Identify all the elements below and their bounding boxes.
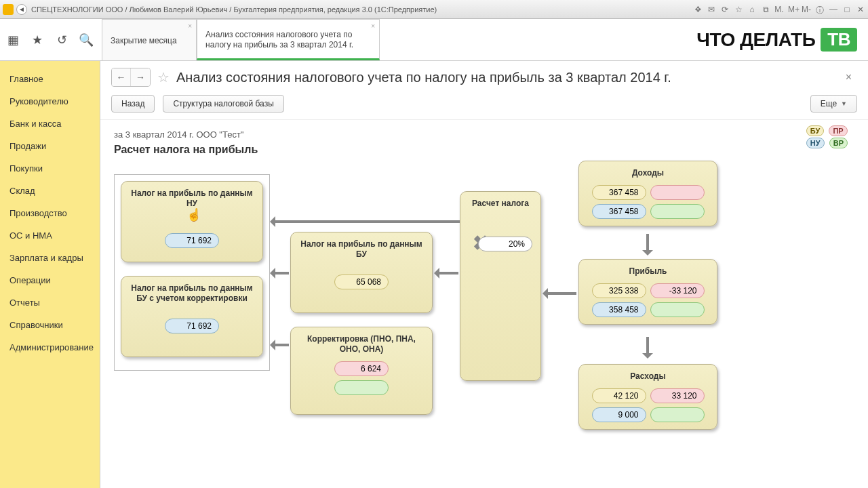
value-income-bu: 367 458 [592,185,646,200]
sidebar-item-manager[interactable]: Руководителю [0,90,100,113]
box-tax-bu[interactable]: Налог на прибыль по данным БУ 65 068 [290,232,433,313]
arrow [435,272,458,274]
sidebar-item-dictionaries[interactable]: Справочники [0,314,100,336]
sidebar-item-payroll[interactable]: Зарплата и кадры [0,247,100,269]
period-label: за 3 квартал 2014 г. ООО "Тест" [114,129,854,140]
app-bar: ▦ ★ ↺ 🔍 Закрытие месяца × Анализ состоян… [0,19,868,61]
value-profit-vr [650,302,705,317]
content-area: ← → ☆ Анализ состояния налогового учета … [100,61,868,488]
apps-icon[interactable]: ▦ [5,33,20,47]
report-canvas: за 3 квартал 2014 г. ООО "Тест" Расчет н… [100,120,868,488]
sidebar-item-sales[interactable]: Продажи [0,135,100,157]
arrow [271,344,289,346]
close-icon[interactable]: × [188,22,192,30]
sidebar-item-operations[interactable]: Операции [0,269,100,291]
history-icon[interactable]: ↺ [54,33,69,47]
tab-closing-month[interactable]: Закрытие месяца × [102,19,197,60]
box-correction[interactable]: Корректировка (ПНО, ПНА, ОНО, ОНА) 6 624 [290,327,433,415]
favorite-icon[interactable]: ☆ [157,69,170,85]
sidebar-item-production[interactable]: Производство [0,202,100,224]
value-profit-pr: -33 120 [650,283,705,298]
tool-icon[interactable]: ✉ [707,5,716,14]
arrow-down [646,337,649,357]
box-tax-bu-corr[interactable]: Налог на прибыль по данным БУ с учетом к… [121,276,263,357]
tool-icon[interactable]: ⌂ [747,5,757,14]
value-profit-nu: 358 458 [592,302,646,317]
tool-icon[interactable]: ⟳ [720,5,730,14]
tool-icon[interactable]: ⧉ [761,5,770,14]
sidebar-item-admin[interactable]: Администрирование [0,336,100,359]
arrow [544,292,576,295]
minimize-button[interactable]: — [829,5,838,14]
value-expense-vr [650,407,705,422]
box-income[interactable]: Доходы 367 458 367 458 [578,161,717,226]
box-tax-nu[interactable]: Налог на прибыль по данным НУ ☝ 71 692 [121,181,263,262]
value-tax-bu-corr: 71 692 [165,319,219,333]
nav-forward-button[interactable]: → [131,68,150,86]
value-income-vr [650,204,705,219]
nav-arrows: ← → [111,68,151,87]
value-rate: 20% [478,237,532,251]
legend: БУ ПР НУ ВР [804,125,848,148]
nav-back-button[interactable]: ← [112,68,131,86]
box-profit[interactable]: Прибыль 325 338 -33 120 358 458 [578,259,717,325]
pointer-cursor-icon: ☝ [186,207,201,222]
os-titlebar: ◄ СПЕЦТЕХНОЛОГИИ ООО / Любимов Валерий Ю… [0,0,868,19]
sidebar-item-main[interactable]: Главное [0,68,100,90]
value-income-pr [650,185,705,200]
back-button[interactable]: Назад [111,95,155,113]
tool-icon[interactable]: M. [774,5,784,14]
tool-icon[interactable]: ☆ [734,5,743,14]
value-tax-nu: 71 692 [165,233,219,248]
box-calc[interactable]: Расчет налога ✖ 20% [460,191,541,381]
app-icon [3,4,14,15]
value-correction-pr: 6 624 [334,361,389,376]
section-title: Расчет налога на прибыль [114,144,854,156]
maximize-button[interactable]: □ [842,5,852,14]
sidebar-item-purchases[interactable]: Покупки [0,157,100,180]
sidebar-item-reports[interactable]: Отчеты [0,291,100,314]
close-button[interactable]: ✕ [856,5,865,14]
arrow-down [646,234,649,254]
tool-icon[interactable]: ❖ [693,5,703,14]
titlebar-tools: ❖ ✉ ⟳ ☆ ⌂ ⧉ M. M+ M- ⓘ — □ ✕ [693,5,865,14]
value-expense-pr: 33 120 [650,388,705,403]
arrow [271,220,460,223]
value-expense-bu: 42 120 [592,388,646,403]
brand-logo: ЧТО ДЕЛАТЬ ТВ [686,19,868,60]
value-correction-vr [334,380,389,395]
value-expense-nu: 9 000 [592,407,646,422]
tool-icon[interactable]: M+ [788,5,797,14]
tool-icon[interactable]: ⓘ [815,5,825,14]
box-expense[interactable]: Расходы 42 120 33 120 9 000 [578,364,717,430]
tool-icon[interactable]: M- [802,5,811,14]
sidebar: Главное Руководителю Банк и касса Продаж… [0,61,100,488]
tabs: Закрытие месяца × Анализ состояния налог… [102,19,380,60]
value-income-nu: 367 458 [592,204,646,219]
search-icon[interactable]: 🔍 [79,33,94,47]
sidebar-item-assets[interactable]: ОС и НМА [0,224,100,247]
titlebar-back-icon[interactable]: ◄ [16,4,27,15]
more-button[interactable]: Еще [810,95,857,113]
sidebar-item-warehouse[interactable]: Склад [0,180,100,202]
close-icon[interactable]: × [371,22,375,30]
sidebar-item-bank[interactable]: Банк и касса [0,113,100,135]
titlebar-text: СПЕЦТЕХНОЛОГИИ ООО / Любимов Валерий Юрь… [31,5,437,14]
structure-button[interactable]: Структура налоговой базы [163,95,283,113]
value-profit-bu: 325 338 [592,283,646,298]
value-tax-bu: 65 068 [334,274,389,289]
star-icon[interactable]: ★ [30,33,45,47]
arrow [271,272,289,274]
page-title: Анализ состояния налогового учета по нал… [176,70,671,85]
tab-tax-analysis[interactable]: Анализ состояния налогового учета по нал… [197,19,380,60]
page-close-button[interactable]: × [840,71,857,83]
